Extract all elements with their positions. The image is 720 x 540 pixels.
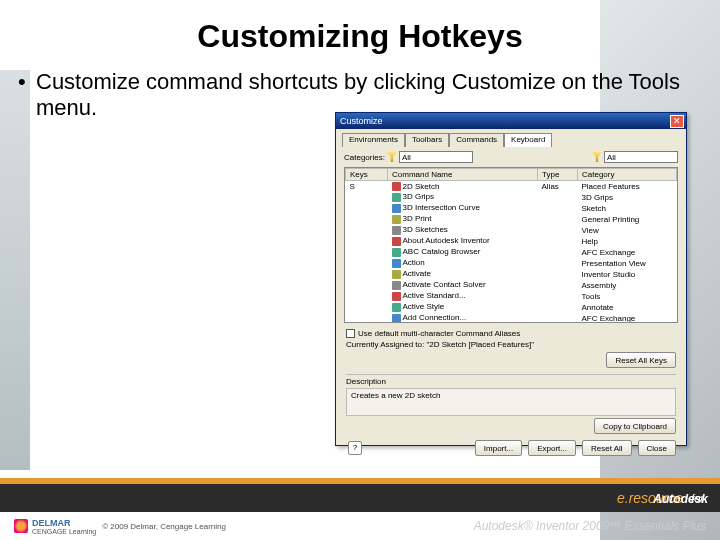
- tab-environments[interactable]: Environments: [342, 133, 405, 147]
- filter-icon[interactable]: [387, 152, 397, 162]
- cell-command[interactable]: ABC Catalog Browser: [388, 247, 538, 258]
- tab-keyboard[interactable]: Keyboard: [504, 133, 552, 147]
- default-aliases-label: Use default multi-character Command Alia…: [358, 329, 520, 338]
- cell-category: Sketch: [578, 203, 677, 214]
- close-icon[interactable]: ✕: [670, 115, 684, 128]
- description-text: Creates a new 2D sketch: [346, 388, 676, 416]
- command-icon: [392, 292, 401, 301]
- command-icon: [392, 248, 401, 257]
- tab-commands[interactable]: Commands: [449, 133, 504, 147]
- cell-type: [538, 313, 578, 324]
- tab-toolbars[interactable]: Toolbars: [405, 133, 449, 147]
- cell-key[interactable]: [346, 225, 388, 236]
- dialog-titlebar: Customize ✕: [336, 113, 686, 129]
- cell-key[interactable]: [346, 236, 388, 247]
- reset-all-keys-button[interactable]: Reset All Keys: [606, 352, 676, 368]
- table-row[interactable]: 3D PrintGeneral Printing: [346, 214, 677, 225]
- table-row[interactable]: About Autodesk InventorHelp: [346, 236, 677, 247]
- autodesk-logo-text: Autodesk: [653, 492, 708, 506]
- slide-footer: Autodesk e.resource for DELMAR CENGAGE L…: [0, 478, 720, 540]
- dialog-title: Customize: [340, 116, 383, 126]
- table-row[interactable]: S2D SketchAliasPlaced Features: [346, 181, 677, 192]
- cell-command[interactable]: About Autodesk Inventor: [388, 236, 538, 247]
- cell-category: Tools: [578, 291, 677, 302]
- table-row[interactable]: Active StyleAnnotate: [346, 302, 677, 313]
- cell-category: Help: [578, 236, 677, 247]
- col-type[interactable]: Type: [538, 169, 578, 181]
- table-row[interactable]: Active Standard...Tools: [346, 291, 677, 302]
- cell-category: General Printing: [578, 214, 677, 225]
- col-keys[interactable]: Keys: [346, 169, 388, 181]
- cell-command[interactable]: 3D Grips: [388, 192, 538, 203]
- customize-dialog: Customize ✕ Environments Toolbars Comman…: [335, 112, 687, 446]
- help-icon[interactable]: ?: [348, 441, 362, 455]
- cell-key[interactable]: S: [346, 181, 388, 192]
- col-category[interactable]: Category: [578, 169, 677, 181]
- reset-all-button[interactable]: Reset All: [582, 440, 632, 456]
- table-row[interactable]: Activate Contact SolverAssembly: [346, 280, 677, 291]
- cell-category: Inventor Studio: [578, 269, 677, 280]
- command-icon: [392, 204, 401, 213]
- command-icon: [392, 237, 401, 246]
- table-row[interactable]: 3D SketchesView: [346, 225, 677, 236]
- table-row[interactable]: ActionPresentation View: [346, 258, 677, 269]
- cell-type: [538, 192, 578, 203]
- table-row[interactable]: 3D Intersection CurveSketch: [346, 203, 677, 214]
- cell-key[interactable]: [346, 214, 388, 225]
- import-button[interactable]: Import...: [475, 440, 522, 456]
- cell-command[interactable]: Action: [388, 258, 538, 269]
- cell-command[interactable]: Activate: [388, 269, 538, 280]
- filter-right-dropdown[interactable]: All: [604, 151, 678, 163]
- cell-key[interactable]: [346, 203, 388, 214]
- cell-type: [538, 280, 578, 291]
- close-button[interactable]: Close: [638, 440, 676, 456]
- command-icon: [392, 281, 401, 290]
- cell-category: 3D Grips: [578, 192, 677, 203]
- product-title: Autodesk® Inventor 2009™ Essentials Plus: [474, 519, 706, 533]
- categories-label: Categories:: [344, 153, 385, 162]
- command-icon: [392, 270, 401, 279]
- copy-clipboard-button[interactable]: Copy to Clipboard: [594, 418, 676, 434]
- cell-key[interactable]: [346, 280, 388, 291]
- cell-command[interactable]: 3D Sketches: [388, 225, 538, 236]
- cell-command[interactable]: Add Connection...: [388, 313, 538, 324]
- cell-type: [538, 247, 578, 258]
- table-row[interactable]: 3D Grips3D Grips: [346, 192, 677, 203]
- cell-key[interactable]: [346, 247, 388, 258]
- cell-key[interactable]: [346, 258, 388, 269]
- cengage-text: CENGAGE Learning: [32, 528, 96, 535]
- cell-command[interactable]: 3D Print: [388, 214, 538, 225]
- command-icon: [392, 303, 401, 312]
- cell-key[interactable]: [346, 302, 388, 313]
- filter-icon[interactable]: [592, 152, 602, 162]
- cell-key[interactable]: [346, 291, 388, 302]
- command-icon: [392, 314, 401, 323]
- cell-category: Annotate: [578, 302, 677, 313]
- cell-command[interactable]: 2D Sketch: [388, 181, 538, 192]
- shortcut-grid[interactable]: Keys Command Name Type Category S2D Sket…: [344, 167, 678, 323]
- cell-command[interactable]: Activate Contact Solver: [388, 280, 538, 291]
- cell-key[interactable]: [346, 313, 388, 324]
- slide-title: Customizing Hotkeys: [0, 0, 720, 63]
- command-icon: [392, 193, 401, 202]
- tab-row: Environments Toolbars Commands Keyboard: [342, 133, 680, 147]
- table-row[interactable]: ABC Catalog BrowserAFC Exchange: [346, 247, 677, 258]
- delmar-text: DELMAR: [32, 518, 96, 528]
- command-icon: [392, 215, 401, 224]
- cell-command[interactable]: Active Standard...: [388, 291, 538, 302]
- command-icon: [392, 226, 401, 235]
- cell-type: [538, 214, 578, 225]
- cell-type: [538, 302, 578, 313]
- categories-dropdown[interactable]: All: [399, 151, 473, 163]
- export-button[interactable]: Export...: [528, 440, 576, 456]
- description-label: Description: [346, 377, 676, 386]
- cell-command[interactable]: Active Style: [388, 302, 538, 313]
- cell-command[interactable]: 3D Intersection Curve: [388, 203, 538, 214]
- cell-key[interactable]: [346, 192, 388, 203]
- table-row[interactable]: ActivateInventor Studio: [346, 269, 677, 280]
- cell-key[interactable]: [346, 269, 388, 280]
- col-command[interactable]: Command Name: [388, 169, 538, 181]
- default-aliases-checkbox[interactable]: [346, 329, 355, 338]
- command-icon: [392, 259, 401, 268]
- table-row[interactable]: Add Connection...AFC Exchange: [346, 313, 677, 324]
